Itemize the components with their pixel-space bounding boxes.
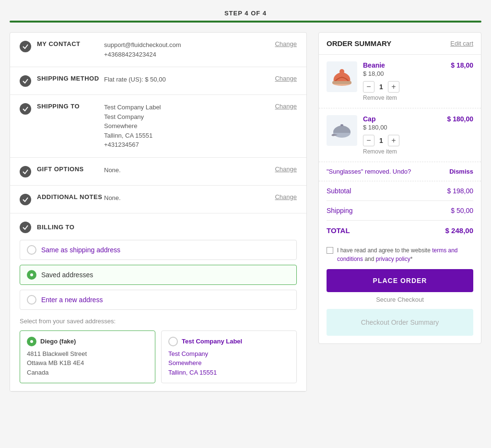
contact-value: support@fluidcheckout.com +4368842342342…: [104, 40, 269, 59]
cap-qty-value: 1: [379, 137, 383, 144]
billing-option-new[interactable]: Enter a new address: [20, 290, 297, 310]
gift-options-change-link[interactable]: Change: [275, 165, 297, 173]
subtotal-row: Subtotal $ 198,00: [327, 181, 473, 201]
radio-saved-icon: [27, 270, 36, 280]
address-diego-line1: 4811 Blackwell Street: [27, 349, 148, 359]
address-card-test-header: Test Company Label: [168, 337, 290, 346]
billing-option-saved-label: Saved addresses: [41, 271, 93, 279]
shipping-method-value: Flat rate (US): $ 50,00: [104, 75, 269, 84]
shipping-to-change-link[interactable]: Change: [275, 103, 297, 110]
svg-point-1: [339, 69, 344, 74]
beanie-remove-link[interactable]: Remove item: [363, 94, 473, 101]
shipping-method-change-link[interactable]: Change: [275, 75, 297, 82]
beanie-info: Beanie $ 18,00 $ 18,00 − 1 + Remove item: [363, 61, 473, 101]
asterisk: *: [410, 256, 413, 262]
cap-remove-link[interactable]: Remove item: [363, 148, 473, 155]
additional-notes-change-link[interactable]: Change: [275, 193, 297, 200]
subtotal-label: Subtotal: [327, 187, 351, 195]
additional-notes-check-icon: [20, 194, 31, 205]
cap-thumbnail: [327, 115, 357, 146]
address-card-diego-header: Diego (fake): [27, 337, 148, 346]
privacy-policy-link[interactable]: privacy policy: [376, 256, 410, 262]
shipping-cost-value: $ 50,00: [451, 207, 473, 214]
secure-checkout-text: Secure Checkout: [319, 296, 481, 303]
total-value: $ 248,00: [445, 226, 473, 235]
contact-label: MY CONTACT: [37, 40, 104, 47]
undo-dismiss-button[interactable]: Dismiss: [449, 168, 473, 175]
billing-to-label: BILLING TO: [37, 224, 104, 231]
order-summary-header: ORDER SUMMARY Edit cart: [319, 33, 481, 55]
billing-to-section: BILLING TO Same as shipping address Save…: [10, 213, 306, 392]
billing-check-icon: [20, 222, 31, 233]
order-summary-title: ORDER SUMMARY: [327, 39, 391, 47]
left-column: MY CONTACT support@fluidcheckout.com +43…: [10, 32, 307, 392]
contact-check-icon: [20, 41, 31, 52]
beanie-thumbnail: [327, 61, 357, 92]
terms-text: I have read and agree to the website ter…: [337, 246, 473, 263]
beanie-qty-decrease[interactable]: −: [363, 81, 374, 93]
shipping-cost-label: Shipping: [327, 207, 353, 214]
address-test-line1: Test Company: [168, 349, 290, 359]
address-diego-name: Diego (fake): [40, 338, 76, 345]
address-diego-radio-icon: [27, 337, 36, 346]
cap-qty-increase[interactable]: +: [388, 135, 399, 146]
cap-line-price: $ 180,00: [447, 115, 474, 123]
address-card-diego[interactable]: Diego (fake) 4811 Blackwell Street Ottaw…: [20, 330, 155, 384]
shipping-cost-row: Shipping $ 50,00: [327, 201, 473, 221]
order-summary-card: ORDER SUMMARY Edit cart: [318, 32, 481, 344]
subtotal-value: $ 198,00: [447, 187, 474, 195]
svg-rect-4: [340, 124, 343, 126]
cap-qty-decrease[interactable]: −: [363, 135, 374, 146]
billing-option-new-label: Enter a new address: [41, 296, 103, 304]
undo-text: "Sunglasses" removed. Undo?: [327, 168, 411, 175]
shipping-to-check-icon: [20, 103, 31, 115]
billing-option-saved[interactable]: Saved addresses: [20, 265, 297, 285]
cap-price-sub: $ 180,00: [363, 124, 473, 131]
progress-bar-track: [10, 21, 481, 23]
billing-options: Same as shipping address Saved addresses…: [20, 240, 297, 310]
contact-row: MY CONTACT support@fluidcheckout.com +43…: [10, 33, 306, 67]
undo-bar: "Sunglasses" removed. Undo? Dismiss: [319, 162, 481, 181]
beanie-qty-value: 1: [379, 83, 383, 91]
shipping-method-label: SHIPPING METHOD: [37, 75, 104, 82]
beanie-line-price: $ 18,00: [451, 61, 473, 69]
place-order-button[interactable]: PLACE ORDER: [327, 269, 473, 292]
svg-rect-2: [332, 81, 351, 84]
gift-options-label: GIFT OPTIONS: [37, 165, 104, 173]
checkout-order-summary-box: Checkout Order Summary: [327, 309, 473, 336]
saved-addresses-label: Select from your saved addresses:: [20, 318, 297, 325]
total-row: TOTAL $ 248,00: [327, 221, 473, 240]
gift-options-value: None.: [104, 165, 269, 175]
progress-section: STEP 4 OF 4: [10, 10, 481, 23]
address-test-line2: Somewhere: [168, 358, 290, 368]
cap-info: Cap $ 180,00 $ 180,00 − 1 + Remove item: [363, 115, 473, 155]
shipping-to-row: SHIPPING TO Test Company Label Test Comp…: [10, 95, 306, 158]
page-wrapper: MY CONTACT support@fluidcheckout.com +43…: [10, 32, 481, 392]
terms-section: I have read and agree to the website ter…: [319, 240, 481, 269]
terms-checkbox-row: I have read and agree to the website ter…: [327, 246, 473, 263]
beanie-qty-increase[interactable]: +: [388, 81, 399, 93]
cap-qty-row: − 1 +: [363, 135, 473, 146]
billing-title-row: BILLING TO: [20, 221, 297, 233]
totals-section: Subtotal $ 198,00 Shipping $ 50,00 TOTAL…: [319, 181, 481, 240]
billing-option-same-label: Same as shipping address: [41, 246, 120, 254]
terms-checkbox[interactable]: [327, 247, 333, 254]
shipping-method-check-icon: [20, 75, 31, 87]
product-item-cap: Cap $ 180,00 $ 180,00 − 1 + Remove item: [319, 108, 481, 162]
billing-option-same[interactable]: Same as shipping address: [20, 240, 297, 260]
gift-options-row: GIFT OPTIONS None. Change: [10, 158, 306, 186]
checkout-card: MY CONTACT support@fluidcheckout.com +43…: [10, 32, 307, 392]
step-label: STEP 4 OF 4: [10, 10, 481, 17]
address-diego-line2: Ottawa MB K1B 4E4: [27, 358, 148, 368]
radio-new-icon: [27, 295, 36, 305]
edit-cart-link[interactable]: Edit cart: [450, 40, 473, 47]
address-test-name: Test Company Label: [182, 338, 242, 345]
radio-same-icon: [27, 245, 36, 255]
additional-notes-value: None.: [104, 193, 269, 203]
address-cards: Diego (fake) 4811 Blackwell Street Ottaw…: [20, 330, 297, 384]
address-card-test[interactable]: Test Company Label Test Company Somewher…: [161, 330, 297, 384]
product-item-beanie: Beanie $ 18,00 $ 18,00 − 1 + Remove item: [319, 55, 481, 108]
address-diego-line3: Canada: [27, 368, 148, 377]
contact-change-link[interactable]: Change: [275, 40, 297, 47]
shipping-to-value: Test Company Label Test Company Somewher…: [104, 103, 269, 150]
